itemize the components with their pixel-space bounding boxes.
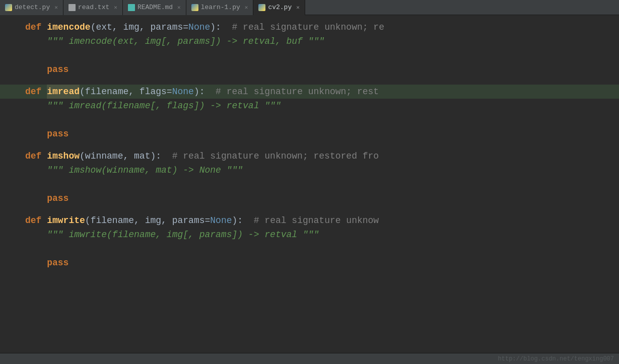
docstring: """ imshow(winname, mat) -> None """ [25, 163, 243, 177]
code-line: pass [0, 256, 619, 270]
colon: ): [232, 213, 254, 228]
tab-close-detect[interactable]: ✕ [54, 4, 58, 11]
tab-label: README.md [137, 4, 173, 11]
tab-close-readme[interactable]: ✕ [177, 4, 181, 11]
keyword-def: def [25, 20, 47, 34]
tab-close-read[interactable]: ✕ [114, 4, 117, 11]
code-line: def imwrite(filename, img, params=None):… [0, 213, 619, 228]
keyword-pass: pass [25, 191, 68, 205]
code-line-empty [0, 48, 619, 62]
params: (filename, flags= [80, 85, 172, 99]
tab-label: detect.py [15, 4, 50, 11]
keyword-none: None [188, 20, 210, 34]
code-line: """ imshow(winname, mat) -> None """ [0, 163, 619, 177]
code-line-empty [0, 141, 619, 149]
function-name-imwrite: imwrite [47, 213, 85, 228]
tab-learn1[interactable]: learn-1.py ✕ [186, 0, 254, 15]
tab-close-cv2[interactable]: ✕ [296, 4, 300, 11]
docstring: """ imencode(ext, img[, params]) -> retv… [25, 34, 324, 48]
python-icon [191, 4, 198, 11]
keyword-none: None [210, 213, 232, 228]
tab-label: cv2.py [268, 4, 292, 11]
code-line: """ imread(filename[, flags]) -> retval … [0, 99, 619, 113]
code-line: """ imencode(ext, img[, params]) -> retv… [0, 34, 619, 48]
tab-read[interactable]: read.txt ✕ [63, 0, 123, 15]
tab-bar: detect.py ✕ read.txt ✕ README.md ✕ learn… [0, 0, 619, 15]
markdown-icon [128, 4, 135, 11]
keyword-def: def [25, 213, 47, 228]
code-line: pass [0, 62, 619, 77]
code-line: pass [0, 127, 619, 141]
keyword-pass: pass [25, 127, 68, 141]
code-line: pass [0, 191, 619, 205]
params: (winname, mat): [80, 149, 172, 163]
function-name-imread: imread [47, 85, 80, 99]
keyword-def: def [25, 149, 47, 163]
colon: ): [194, 85, 216, 99]
python-icon [258, 4, 265, 11]
comment: # real signature unknown; restored fro [172, 149, 379, 163]
docstring: """ imread(filename[, flags]) -> retval … [25, 99, 281, 113]
params: (filename, img, params= [85, 213, 210, 228]
code-line: def imshow(winname, mat): # real signatu… [0, 149, 619, 163]
tab-cv2[interactable]: cv2.py ✕ [253, 0, 305, 15]
docstring: """ imwrite(filename, img[, params]) -> … [25, 228, 319, 242]
function-name-imshow: imshow [47, 149, 80, 163]
tab-label: learn-1.py [201, 4, 240, 11]
keyword-def: def [25, 85, 47, 99]
code-line-empty [0, 242, 619, 256]
code-line-empty [0, 177, 619, 191]
watermark-text: http://blog.csdn.net/tengxing007 [498, 355, 614, 362]
function-name-imencode: imencode [47, 20, 90, 34]
code-line-empty [0, 77, 619, 85]
keyword-pass: pass [25, 256, 68, 270]
tab-readme[interactable]: README.md ✕ [123, 0, 186, 15]
code-line-empty [0, 113, 619, 127]
tab-close-learn1[interactable]: ✕ [245, 4, 248, 11]
params: (ext, img, params= [91, 20, 188, 34]
code-line-empty [0, 205, 619, 213]
comment: # real signature unknown; rest [216, 85, 379, 99]
comment: # real signature unknown; re [232, 20, 384, 34]
code-line-highlighted: def imread(filename, flags=None): # real… [0, 85, 619, 99]
tab-label: read.txt [78, 4, 109, 11]
python-icon [5, 4, 12, 11]
tab-detect[interactable]: detect.py ✕ [0, 0, 63, 15]
status-bar: http://blog.csdn.net/tengxing007 [0, 353, 619, 364]
keyword-pass: pass [25, 62, 68, 77]
code-line: """ imwrite(filename, img[, params]) -> … [0, 228, 619, 242]
keyword-none: None [172, 85, 194, 99]
code-editor[interactable]: def imencode(ext, img, params=None): # r… [0, 15, 619, 353]
colon: ): [210, 20, 232, 34]
comment: # real signature unknow [254, 213, 379, 228]
code-line: def imencode(ext, img, params=None): # r… [0, 20, 619, 34]
text-icon [68, 4, 76, 11]
